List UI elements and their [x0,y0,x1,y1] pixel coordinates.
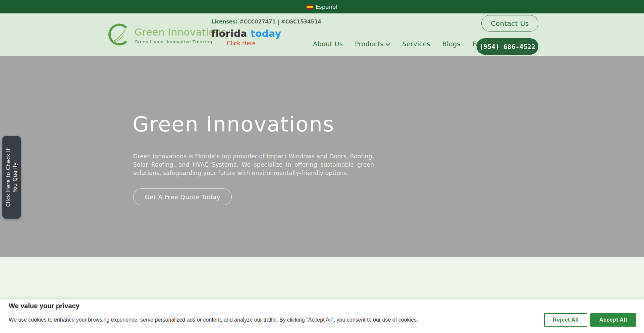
hero-container: Green Innovations Green Innovations is F… [106,56,538,257]
language-switcher[interactable]: Español [307,4,338,10]
hero-description: Green Innovations is Florida's top provi… [133,152,374,177]
licenses-line: Licenses: #CCC027471 | #CGC1534514 [211,19,299,25]
cookie-banner-message: We use cookies to enhance your browsing … [9,317,438,323]
cookie-consent-banner: We value your privacy We use cookies to … [0,299,644,333]
contact-us-button[interactable]: Contact Us [481,15,538,32]
press-block: Licenses: #CCC027471 | #CGC1534514 flori… [211,19,299,47]
logo[interactable]: Green Innovations Green Living. Innovati… [107,23,226,48]
chevron-down-icon [386,40,390,48]
qualify-check-tab[interactable]: Click Here to Check If You Qualify [2,136,21,219]
qualify-tab-line2: You Qualify [12,162,18,192]
page: Español Green Innovations Green Living. … [0,0,644,333]
cookie-banner-buttons: Reject All Accept All [544,313,636,327]
nav-services[interactable]: Services [402,40,430,48]
site-header: Green Innovations Green Living. Innovati… [0,13,644,56]
header-buttons: Contact Us (954) 686-4522 [477,15,538,55]
spain-flag-icon [307,5,313,9]
florida-today-word2: today [251,28,281,39]
hero-title: Green Innovations [132,112,334,136]
hero-section: Green Innovations Green Innovations is F… [0,56,644,257]
main-nav: About Us Products Services Blogs FAQs [313,40,489,48]
nav-blogs[interactable]: Blogs [442,40,461,48]
nav-services-label: Services [402,40,430,48]
nav-products-label: Products [355,40,383,48]
header-container: Green Innovations Green Living. Innovati… [106,13,538,56]
nav-about-us[interactable]: About Us [313,40,343,48]
reject-all-button[interactable]: Reject All [544,313,587,327]
qualify-tab-line1: Click Here to Check If [5,148,11,207]
language-label: Español [316,4,338,10]
florida-today-logo: florida today [211,28,299,39]
leaf-logo-icon [107,23,130,48]
licenses-label: Licenses: [211,19,239,25]
accept-all-button[interactable]: Accept All [590,313,636,327]
phone-number-button[interactable]: (954) 686-4522 [477,38,538,55]
press-click-here-link[interactable]: Click Here [227,40,299,47]
nav-products[interactable]: Products [355,40,390,48]
nav-blogs-label: Blogs [442,40,461,48]
nav-about-us-label: About Us [313,40,343,48]
get-free-quote-button[interactable]: Get A Free Quote Today [133,188,232,205]
top-language-bar: Español [0,0,644,13]
licenses-value: #CCC027471 | #CGC1534514 [239,19,321,25]
florida-today-word1: florida [211,28,251,39]
cookie-banner-title: We value your privacy [9,302,79,310]
